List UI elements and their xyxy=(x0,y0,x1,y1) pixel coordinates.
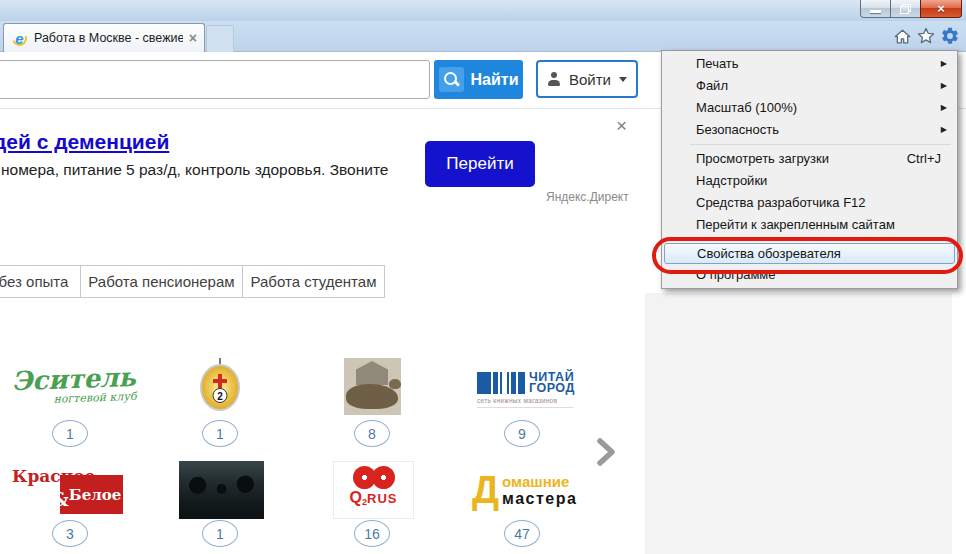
filter-tab-students[interactable]: Работа студентам xyxy=(242,265,385,298)
ad-headline-link[interactable]: дей с деменцией xyxy=(0,130,169,154)
dm-letter-icon: Д xyxy=(472,473,499,507)
menu-item-view-downloads[interactable]: Просмотреть загрузки Ctrl+J xyxy=(662,148,957,170)
logo-qrus[interactable]: Q2RUS xyxy=(333,461,414,519)
count-badge: 1 xyxy=(52,420,88,447)
submenu-arrow-icon: ▶ xyxy=(941,53,947,75)
menu-item-about[interactable]: О программе xyxy=(662,264,957,286)
menu-item-safety[interactable]: Безопасность ▶ xyxy=(662,119,957,141)
count-badge: 1 xyxy=(202,420,238,447)
chitai-line2: ГОРОД xyxy=(529,383,575,394)
login-button[interactable]: Войти xyxy=(536,60,638,98)
chitai-subtitle: сеть книжных магазинов xyxy=(477,397,573,408)
logo-emblem-badge[interactable]: 2 xyxy=(198,358,242,414)
title-bar xyxy=(0,0,966,21)
command-icons xyxy=(892,26,960,46)
red-cross-icon xyxy=(213,374,227,388)
tools-menu: Печать ▶ Файл ▶ Масштаб (100%) ▶ Безопас… xyxy=(661,50,958,289)
find-button-label: Найти xyxy=(471,71,519,89)
close-window-button[interactable]: × xyxy=(920,0,962,18)
count-badge: 47 xyxy=(504,520,540,547)
favorites-star-icon[interactable] xyxy=(916,26,936,46)
home-icon[interactable] xyxy=(892,26,912,46)
search-input[interactable] xyxy=(0,60,430,99)
submenu-arrow-icon: ▶ xyxy=(941,97,947,119)
chitai-gorod-bars-icon xyxy=(477,372,525,394)
qrus-q: Q xyxy=(350,489,362,506)
tools-gear-icon[interactable] xyxy=(940,26,960,46)
qrus-rus: RUS xyxy=(367,491,397,506)
menu-item-pinned-sites[interactable]: Перейти к закрепленным сайтам xyxy=(662,214,957,236)
tab-bar: e Работа в Москве - свежие... × xyxy=(0,21,966,52)
ad-attribution: Яндекс.Директ xyxy=(546,190,629,204)
count-badge: 9 xyxy=(504,420,540,447)
ad-cta-button[interactable]: Перейти xyxy=(425,141,535,187)
find-button[interactable]: Найти xyxy=(434,60,523,99)
menu-separator xyxy=(690,144,951,145)
logo-chitai-gorod[interactable]: ЧИТАЙ ГОРОД сеть книжных магазинов xyxy=(477,372,573,408)
login-button-label: Войти xyxy=(569,71,611,88)
emblem-number: 2 xyxy=(213,388,228,403)
browser-window: × e Работа в Москве - свежие... × Найти … xyxy=(0,0,966,554)
tab-title: Работа в Москве - свежие... xyxy=(34,31,183,45)
count-badge: 8 xyxy=(354,420,390,447)
minimize-icon xyxy=(870,10,881,13)
logo-esitel[interactable]: Эситель ногтевой клуб xyxy=(3,365,144,408)
logo-turtle-photo[interactable] xyxy=(344,358,401,415)
count-badge: 16 xyxy=(354,520,390,547)
kb-word2: Белое xyxy=(69,486,122,504)
kb-ampersand: & xyxy=(52,488,69,510)
browser-tab[interactable]: e Работа в Москве - свежие... × xyxy=(3,23,205,52)
submenu-arrow-icon: ▶ xyxy=(941,75,947,97)
carousel-next-icon[interactable] xyxy=(594,437,618,467)
restore-icon xyxy=(900,4,911,14)
filter-tab-no-experience[interactable]: без опыта xyxy=(0,265,81,298)
menu-item-print[interactable]: Печать ▶ xyxy=(662,53,957,75)
menu-item-zoom[interactable]: Масштаб (100%) ▶ xyxy=(662,97,957,119)
chevron-down-icon xyxy=(619,77,627,82)
window-controls: × xyxy=(861,0,962,18)
ad-description: номера, питание 5 раз/д, контроль здоров… xyxy=(1,161,388,179)
filter-tab-pensioners[interactable]: Работа пенсионерам xyxy=(80,265,243,298)
menu-item-internet-options[interactable]: Свойства обозревателя xyxy=(664,243,955,264)
dm-line2: мастера xyxy=(502,490,577,507)
menu-item-file[interactable]: Файл ▶ xyxy=(662,75,957,97)
logo-krasnoe-beloe[interactable]: Красное & Белое xyxy=(12,466,124,516)
minimize-button[interactable] xyxy=(860,0,891,18)
new-tab-button[interactable] xyxy=(206,25,234,53)
restore-button[interactable] xyxy=(890,0,921,18)
ad-close-icon[interactable]: × xyxy=(616,116,627,135)
menu-separator xyxy=(690,239,951,240)
qrus-tires-icon xyxy=(334,466,413,489)
close-icon: × xyxy=(937,1,945,17)
logo-domashnie-mastera[interactable]: Д омашние мастера xyxy=(472,473,578,507)
logo-swat-photo[interactable] xyxy=(179,461,264,519)
magnifier-icon xyxy=(439,67,464,92)
dm-line1: омашние xyxy=(502,474,577,490)
right-background-panel xyxy=(645,293,952,554)
ie-logo-icon: e xyxy=(11,30,28,47)
tab-close-icon[interactable]: × xyxy=(189,31,197,45)
person-icon xyxy=(547,72,561,86)
submenu-arrow-icon: ▶ xyxy=(941,119,947,141)
menu-item-addons[interactable]: Надстройки xyxy=(662,170,957,192)
menu-item-developer-tools[interactable]: Средства разработчика F12 xyxy=(662,192,957,214)
count-badge: 3 xyxy=(52,520,88,547)
count-badge: 1 xyxy=(202,520,238,547)
shortcut-label: Ctrl+J xyxy=(907,148,941,170)
